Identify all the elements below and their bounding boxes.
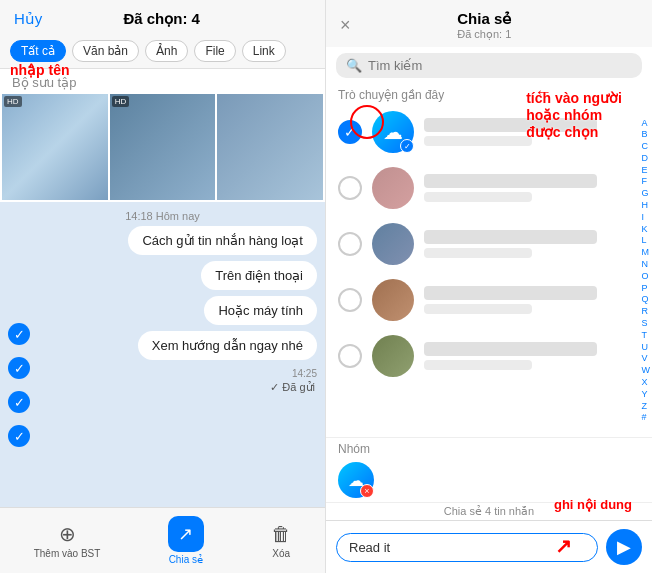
msg-2[interactable]: Trên điện thoại — [201, 261, 317, 290]
avatar-2 — [372, 223, 414, 265]
right-panel: × Chia sẻ Đã chọn: 1 🔍 Trò chuyện gần đâ… — [326, 0, 652, 573]
bottom-input-area: ▶ — [326, 520, 652, 573]
image-grid: HD HD — [0, 92, 325, 202]
share-icon: ↗ — [168, 516, 204, 552]
msg-time: 14:25 — [0, 368, 325, 379]
delete-label: Xóa — [272, 548, 290, 559]
msg-1[interactable]: Cách gửi tin nhắn hàng loạt — [128, 226, 317, 255]
thumb-2[interactable]: HD — [110, 94, 216, 200]
group-section: Nhóm ☁ × — [326, 437, 652, 502]
contact-1-name — [424, 174, 597, 188]
contact-2-name — [424, 230, 597, 244]
check-1[interactable]: ✓ — [8, 323, 30, 345]
verified-badge-cloud: ✓ — [400, 139, 414, 153]
add-icon: ⊕ — [59, 522, 76, 546]
alphabet-index: A B C D E F G H I K L M N O P Q R S T U … — [642, 118, 651, 424]
filter-photo[interactable]: Ảnh — [145, 40, 188, 62]
filter-file[interactable]: File — [194, 40, 235, 62]
right-header: × Chia sẻ Đã chọn: 1 — [326, 0, 652, 47]
contact-1[interactable] — [326, 160, 652, 216]
check-2[interactable]: ✓ — [8, 357, 30, 379]
select-2[interactable] — [338, 232, 362, 256]
annotation-ghi-noi-dung: ghi nội dung — [554, 497, 632, 513]
group-remove-badge: × — [360, 484, 374, 498]
filter-link[interactable]: Link — [242, 40, 286, 62]
cancel-button[interactable]: Hủy — [14, 10, 42, 28]
select-4[interactable] — [338, 344, 362, 368]
arrow-input: ↗ — [555, 534, 572, 558]
avatar-3 — [372, 279, 414, 321]
contact-4-info — [424, 342, 640, 370]
contact-cloud-sub — [424, 136, 532, 146]
check-3[interactable]: ✓ — [8, 391, 30, 413]
right-header-center: Chia sẻ Đã chọn: 1 — [457, 10, 511, 41]
avatar-1 — [372, 167, 414, 209]
close-button[interactable]: × — [340, 15, 351, 36]
group-label: Nhóm — [338, 442, 640, 456]
contact-2[interactable] — [326, 216, 652, 272]
share-button[interactable]: ↗ Chia sẻ — [168, 516, 204, 565]
bottom-toolbar: ⊕ Thêm vào BST ↗ Chia sẻ 🗑 Xóa — [0, 507, 325, 573]
right-title: Chia sẻ — [457, 10, 511, 28]
msg-3[interactable]: Hoặc máy tính — [204, 296, 317, 325]
right-subtitle: Đã chọn: 1 — [457, 28, 511, 41]
hd-badge-2: HD — [112, 96, 130, 107]
contact-3-info — [424, 286, 640, 314]
contact-3-sub — [424, 304, 532, 314]
msg-4[interactable]: Xem hướng dẫn ngay nhé — [138, 331, 317, 360]
search-bar: 🔍 — [336, 53, 642, 78]
add-label: Thêm vào BST — [34, 548, 101, 559]
delete-button[interactable]: 🗑 Xóa — [271, 523, 291, 559]
chat-messages: Cách gửi tin nhắn hàng loạt Trên điện th… — [0, 226, 325, 368]
contact-1-sub — [424, 192, 532, 202]
filter-text[interactable]: Văn bản — [72, 40, 139, 62]
contact-3-name — [424, 286, 597, 300]
select-3[interactable] — [338, 288, 362, 312]
contact-4-name — [424, 342, 597, 356]
annotation-nhap-ten: nhập tên — [10, 62, 70, 79]
group-item[interactable]: ☁ × — [338, 462, 640, 498]
contact-2-sub — [424, 248, 532, 258]
contact-3[interactable] — [326, 272, 652, 328]
check-circles: ✓ ✓ ✓ ✓ — [8, 323, 30, 447]
check-4[interactable]: ✓ — [8, 425, 30, 447]
hd-badge-1: HD — [4, 96, 22, 107]
share-label: Chia sẻ — [169, 554, 203, 565]
left-panel: Hủy Đã chọn: 4 Tất cả Văn bản Ảnh File L… — [0, 0, 326, 573]
left-header: Hủy Đã chọn: 4 — [0, 0, 325, 34]
send-button[interactable]: ▶ — [606, 529, 642, 565]
select-cloud[interactable]: ✓ — [338, 120, 362, 144]
contact-4-sub — [424, 360, 532, 370]
thumb-3[interactable] — [217, 94, 323, 200]
select-1[interactable] — [338, 176, 362, 200]
contact-4[interactable] — [326, 328, 652, 384]
sent-badge: ✓ Đã gửi — [0, 381, 325, 394]
contact-2-info — [424, 230, 640, 258]
contact-list: ✓ ☁ ✓ — [326, 104, 652, 437]
thumb-1[interactable]: HD — [2, 94, 108, 200]
search-input[interactable] — [368, 58, 632, 73]
chat-area: 14:18 Hôm nay Cách gửi tin nhắn hàng loạ… — [0, 202, 325, 507]
group-avatar-wrap: ☁ × — [338, 462, 374, 498]
avatar-4 — [372, 335, 414, 377]
search-icon: 🔍 — [346, 58, 362, 73]
chat-date: 14:18 Hôm nay — [0, 202, 325, 226]
avatar-cloud-wrap: ☁ ✓ — [372, 111, 414, 153]
contact-1-info — [424, 174, 640, 202]
annotation-tich-nguoi: tích vào ngườihoặc nhómđược chọn — [526, 90, 622, 140]
left-selected-count: Đã chọn: 4 — [123, 10, 200, 28]
filter-all[interactable]: Tất cả — [10, 40, 66, 62]
add-to-collection-button[interactable]: ⊕ Thêm vào BST — [34, 522, 101, 559]
trash-icon: 🗑 — [271, 523, 291, 546]
